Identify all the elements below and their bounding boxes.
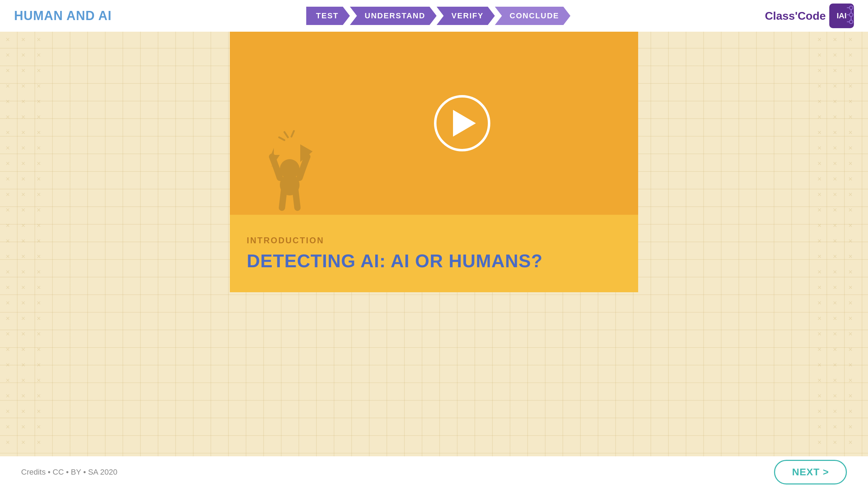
next-button[interactable]: NEXT > [774, 460, 847, 484]
footer: Credits • CC • BY • SA 2020 NEXT > [0, 456, 868, 488]
play-icon [453, 110, 476, 137]
svg-text:IAI: IAI [837, 11, 847, 20]
nav-step-test[interactable]: TEST [306, 7, 350, 25]
svg-line-13 [291, 131, 294, 137]
header: HUMAN AND AI TESTUNDERSTANDVERIFYCONCLUD… [0, 0, 868, 32]
play-button[interactable] [434, 95, 490, 151]
nav-steps: TESTUNDERSTANDVERIFYCONCLUDE [306, 7, 571, 25]
nav-step-understand[interactable]: UNDERSTAND [350, 7, 436, 25]
intro-title: DETECTING AI: AI OR HUMANS? [247, 250, 621, 271]
video-upper [230, 32, 638, 215]
video-container: INTRODUCTION DETECTING AI: AI OR HUMANS? [230, 32, 638, 292]
app-title: HUMAN AND AI [14, 8, 112, 23]
nav-step-conclude[interactable]: CONCLUDE [495, 7, 571, 25]
nav-step-verify[interactable]: VERIFY [436, 7, 495, 25]
svg-point-11 [280, 174, 300, 195]
character-illustration [244, 67, 314, 215]
credits-text: Credits • CC • BY • SA 2020 [21, 468, 117, 477]
svg-line-14 [279, 137, 284, 140]
logo-area: Class'Code IAI [765, 4, 854, 28]
logo-icon: IAI [829, 4, 854, 28]
intro-label: INTRODUCTION [247, 236, 621, 245]
svg-line-12 [284, 132, 288, 137]
logo-text: Class'Code [765, 10, 826, 23]
video-lower: INTRODUCTION DETECTING AI: AI OR HUMANS? [230, 215, 638, 292]
